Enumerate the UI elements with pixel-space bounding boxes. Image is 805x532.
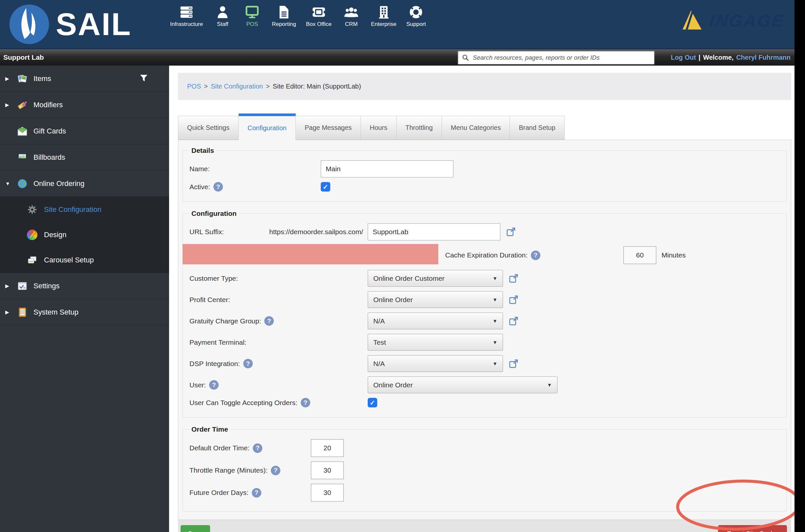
breadcrumb-separator: >	[266, 83, 270, 90]
sidebar-item-site-configuration[interactable]: Site Configuration	[0, 197, 169, 222]
sidebar-item-label: Billboards	[34, 153, 65, 162]
nav-item-reporting[interactable]: Reporting	[272, 5, 296, 27]
sidebar-item-settings[interactable]: ▶ Settings	[0, 273, 169, 299]
nav-item-box-office[interactable]: Box Office	[306, 5, 332, 27]
ticket-icon	[311, 5, 326, 20]
document-icon	[276, 5, 292, 20]
future-order-days-input[interactable]	[311, 484, 344, 501]
gratuity-charge-group-select[interactable]: N/A ▼	[368, 312, 503, 329]
external-link-icon[interactable]	[508, 359, 519, 369]
nav-label: CRM	[345, 21, 358, 27]
sidebar-item-modifiers[interactable]: ▶ Modifiers	[0, 92, 169, 118]
tab-configuration[interactable]: Configuration	[239, 113, 296, 140]
global-search[interactable]	[458, 51, 654, 64]
name-input[interactable]	[321, 160, 453, 177]
collapse-arrow-icon[interactable]: ▼	[5, 181, 16, 186]
color-wheel-icon	[26, 229, 38, 241]
cache-expiration-input[interactable]	[623, 246, 656, 264]
help-icon[interactable]: ?	[214, 182, 223, 192]
person-icon	[215, 5, 230, 20]
tab-quick-settings[interactable]: Quick Settings	[178, 116, 239, 140]
configuration-fieldset: Configuration URL Suffix: https://demoor…	[183, 210, 787, 418]
sidebar-item-items[interactable]: ▶ Items	[0, 65, 169, 92]
help-icon[interactable]: ?	[252, 488, 261, 497]
nav-item-crm[interactable]: CRM	[342, 5, 361, 27]
breadcrumb-link-pos[interactable]: POS	[187, 83, 201, 90]
payment-terminal-select[interactable]: Test ▼	[368, 334, 503, 350]
tab-hours[interactable]: Hours	[361, 116, 396, 140]
help-icon[interactable]: ?	[209, 380, 219, 390]
throttle-range-input[interactable]	[311, 461, 344, 479]
expand-arrow-icon[interactable]: ▶	[5, 309, 16, 315]
nav-item-staff[interactable]: Staff	[213, 5, 233, 27]
future-order-days-label: Future Order Days:	[189, 489, 249, 497]
screen-edge-strip	[794, 0, 805, 532]
configuration-panel: Details Name: Active: ? ✓ Configuration	[178, 140, 791, 520]
expand-arrow-icon[interactable]: ▶	[5, 76, 16, 82]
throttle-range-row: Throttle Range (Minutes): ?	[189, 461, 780, 479]
sidebar-item-online-ordering[interactable]: ▼ Online Ordering	[0, 171, 169, 197]
save-button[interactable]: Save	[181, 525, 210, 532]
active-checkbox[interactable]: ✓	[321, 182, 330, 192]
search-input[interactable]	[472, 52, 654, 63]
external-link-icon[interactable]	[506, 227, 516, 237]
profit-center-select[interactable]: Online Order ▼	[368, 291, 503, 308]
billboard-icon	[16, 152, 28, 163]
logout-link[interactable]: Log Out	[671, 54, 696, 61]
expand-arrow-icon[interactable]: ▶	[5, 283, 16, 289]
user-toggle-checkbox[interactable]: ✓	[368, 398, 377, 407]
help-icon[interactable]: ?	[243, 359, 253, 368]
external-link-icon[interactable]	[508, 273, 519, 284]
sidebar-item-billboards[interactable]: Billboards	[0, 144, 169, 171]
sidebar-item-label: Site Configuration	[44, 205, 102, 214]
tab-brand-setup[interactable]: Brand Setup	[510, 116, 564, 140]
external-link-icon[interactable]	[508, 294, 519, 305]
ingage-wordmark: INGAGE	[708, 11, 786, 31]
user-toggle-label: User Can Toggle Accepting Orders:	[189, 399, 297, 407]
tab-page-messages[interactable]: Page Messages	[296, 116, 361, 140]
user-select[interactable]: Online Order ▼	[368, 377, 557, 393]
customer-type-select[interactable]: Online Order Customer ▼	[368, 270, 503, 287]
help-icon[interactable]: ?	[301, 398, 310, 407]
external-link-icon[interactable]	[508, 316, 519, 326]
user-name-link[interactable]: Cheryl Fuhrmann	[736, 54, 790, 61]
throttle-range-label: Throttle Range (Minutes):	[189, 467, 268, 474]
reset-site-cache-button[interactable]: Reset Site Cache	[718, 525, 787, 532]
nav-item-infrastructure[interactable]: Infrastructure	[170, 5, 203, 27]
dsp-integration-select[interactable]: N/A ▼	[368, 355, 503, 372]
gift-card-envelope-icon	[16, 125, 28, 137]
payment-terminal-label: Payment Terminal:	[189, 339, 246, 346]
sidebar-item-gift-cards[interactable]: Gift Cards	[0, 118, 169, 144]
nav-item-enterprise[interactable]: Enterprise	[371, 5, 396, 27]
select-value: Online Order	[373, 381, 413, 389]
help-icon[interactable]: ?	[253, 443, 262, 453]
site-editor-tabs: Quick Settings Configuration Page Messag…	[178, 113, 791, 140]
sidebar-item-system-setup[interactable]: ▶ System Setup	[0, 299, 169, 325]
future-order-days-row: Future Order Days: ?	[189, 484, 780, 501]
sail-wordmark: SAIL	[56, 3, 132, 45]
sail-logo-icon	[8, 4, 50, 45]
breadcrumb-link-site-configuration[interactable]: Site Configuration	[211, 83, 263, 90]
expand-arrow-icon[interactable]: ▶	[5, 102, 16, 108]
sail-logo[interactable]: SAIL	[8, 3, 132, 45]
servers-icon	[179, 5, 194, 20]
help-icon[interactable]: ?	[531, 251, 541, 260]
tab-menu-categories[interactable]: Menu Categories	[442, 116, 510, 140]
help-icon[interactable]: ?	[264, 316, 274, 326]
nav-item-pos[interactable]: POS	[242, 5, 262, 27]
sidebar-item-carousel-setup[interactable]: Carousel Setup	[0, 247, 169, 272]
user-label: User:	[189, 381, 206, 389]
gear-icon	[26, 204, 38, 215]
select-value: Test	[373, 339, 386, 346]
url-suffix-input[interactable]	[368, 223, 500, 241]
help-icon[interactable]: ?	[271, 466, 280, 475]
sidebar-item-design[interactable]: Design	[0, 222, 169, 247]
default-order-time-input[interactable]	[311, 439, 344, 457]
nav-item-support[interactable]: Support	[406, 5, 426, 27]
welcome-label: Welcome,	[703, 54, 733, 61]
sidebar-item-label: Online Ordering	[34, 179, 85, 188]
filter-funnel-icon[interactable]	[139, 73, 149, 84]
profit-center-label: Profit Center:	[189, 296, 230, 304]
top-app-bar: SAIL Infrastructure	[0, 0, 805, 49]
tab-throttling[interactable]: Throttling	[397, 116, 442, 140]
